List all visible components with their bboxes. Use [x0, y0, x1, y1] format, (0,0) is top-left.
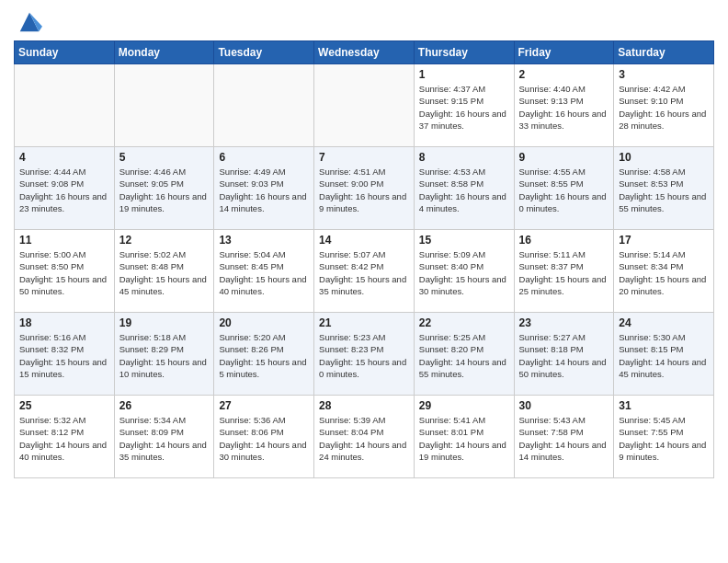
day-number: 11 [19, 234, 109, 247]
calendar-cell: 21Sunrise: 5:23 AM Sunset: 8:23 PM Dayli… [314, 313, 415, 396]
calendar-cell: 2Sunrise: 4:40 AM Sunset: 9:13 PM Daylig… [514, 64, 614, 147]
calendar-cell: 11Sunrise: 5:00 AM Sunset: 8:50 PM Dayli… [15, 230, 115, 313]
day-info: Sunrise: 5:32 AM Sunset: 8:12 PM Dayligh… [19, 414, 109, 463]
calendar-cell: 5Sunrise: 4:46 AM Sunset: 9:05 PM Daylig… [114, 147, 214, 230]
weekday-header-monday: Monday [114, 41, 214, 64]
day-number: 25 [19, 399, 109, 412]
weekday-header-wednesday: Wednesday [314, 41, 415, 64]
day-number: 28 [319, 399, 409, 412]
calendar-cell [15, 64, 115, 147]
weekday-header-thursday: Thursday [414, 41, 514, 64]
day-info: Sunrise: 5:36 AM Sunset: 8:06 PM Dayligh… [219, 414, 309, 463]
calendar-cell: 4Sunrise: 4:44 AM Sunset: 9:08 PM Daylig… [15, 147, 115, 230]
day-info: Sunrise: 5:09 AM Sunset: 8:40 PM Dayligh… [419, 248, 509, 297]
day-number: 12 [119, 234, 210, 247]
calendar-cell: 16Sunrise: 5:11 AM Sunset: 8:37 PM Dayli… [514, 230, 614, 313]
day-number: 24 [619, 316, 709, 329]
week-row-1: 1Sunrise: 4:37 AM Sunset: 9:15 PM Daylig… [15, 64, 714, 147]
calendar-cell: 10Sunrise: 4:58 AM Sunset: 8:53 PM Dayli… [614, 147, 714, 230]
calendar-cell: 19Sunrise: 5:18 AM Sunset: 8:29 PM Dayli… [114, 313, 214, 396]
day-info: Sunrise: 5:30 AM Sunset: 8:15 PM Dayligh… [619, 331, 709, 380]
day-info: Sunrise: 5:39 AM Sunset: 8:04 PM Dayligh… [319, 414, 409, 463]
calendar-cell: 12Sunrise: 5:02 AM Sunset: 8:48 PM Dayli… [114, 230, 214, 313]
day-number: 14 [319, 234, 409, 247]
day-number: 8 [419, 151, 509, 164]
day-info: Sunrise: 4:46 AM Sunset: 9:05 PM Dayligh… [119, 166, 210, 214]
calendar-cell: 31Sunrise: 5:45 AM Sunset: 7:55 PM Dayli… [614, 396, 714, 478]
logo-icon [17, 9, 42, 35]
day-number: 1 [419, 68, 509, 81]
day-number: 16 [519, 234, 609, 247]
day-number: 18 [19, 316, 109, 329]
day-info: Sunrise: 4:55 AM Sunset: 8:55 PM Dayligh… [519, 166, 609, 214]
day-number: 10 [619, 151, 709, 164]
day-info: Sunrise: 4:51 AM Sunset: 9:00 PM Dayligh… [319, 166, 409, 214]
calendar-cell: 6Sunrise: 4:49 AM Sunset: 9:03 PM Daylig… [214, 147, 314, 230]
day-number: 7 [319, 151, 409, 164]
weekday-header-tuesday: Tuesday [214, 41, 314, 64]
day-number: 31 [619, 399, 709, 412]
calendar-cell: 1Sunrise: 4:37 AM Sunset: 9:15 PM Daylig… [414, 64, 514, 147]
day-number: 20 [219, 316, 309, 329]
weekday-header-saturday: Saturday [614, 41, 714, 64]
calendar-cell: 29Sunrise: 5:41 AM Sunset: 8:01 PM Dayli… [414, 396, 514, 478]
weekday-header-friday: Friday [514, 41, 614, 64]
day-number: 21 [319, 316, 409, 329]
calendar-cell: 14Sunrise: 5:07 AM Sunset: 8:42 PM Dayli… [314, 230, 415, 313]
day-number: 23 [519, 316, 609, 329]
day-info: Sunrise: 4:37 AM Sunset: 9:15 PM Dayligh… [419, 83, 509, 132]
day-info: Sunrise: 5:00 AM Sunset: 8:50 PM Dayligh… [19, 248, 109, 297]
day-info: Sunrise: 5:45 AM Sunset: 7:55 PM Dayligh… [619, 414, 709, 463]
calendar-cell: 27Sunrise: 5:36 AM Sunset: 8:06 PM Dayli… [214, 396, 314, 478]
day-number: 3 [619, 68, 709, 81]
day-info: Sunrise: 4:40 AM Sunset: 9:13 PM Dayligh… [519, 83, 609, 132]
day-info: Sunrise: 5:34 AM Sunset: 8:09 PM Dayligh… [119, 414, 210, 463]
day-info: Sunrise: 5:14 AM Sunset: 8:34 PM Dayligh… [619, 248, 709, 297]
calendar-cell: 7Sunrise: 4:51 AM Sunset: 9:00 PM Daylig… [314, 147, 415, 230]
calendar-cell [314, 64, 415, 147]
weekday-header-row: SundayMondayTuesdayWednesdayThursdayFrid… [15, 41, 714, 64]
calendar-cell: 9Sunrise: 4:55 AM Sunset: 8:55 PM Daylig… [514, 147, 614, 230]
day-info: Sunrise: 5:18 AM Sunset: 8:29 PM Dayligh… [119, 331, 210, 380]
day-info: Sunrise: 5:11 AM Sunset: 8:37 PM Dayligh… [519, 248, 609, 297]
day-info: Sunrise: 5:27 AM Sunset: 8:18 PM Dayligh… [519, 331, 609, 380]
day-number: 6 [219, 151, 309, 164]
calendar-cell [214, 64, 314, 147]
day-info: Sunrise: 5:02 AM Sunset: 8:48 PM Dayligh… [119, 248, 210, 297]
day-info: Sunrise: 5:07 AM Sunset: 8:42 PM Dayligh… [319, 248, 409, 297]
day-info: Sunrise: 5:23 AM Sunset: 8:23 PM Dayligh… [319, 331, 409, 380]
day-info: Sunrise: 4:49 AM Sunset: 9:03 PM Dayligh… [219, 166, 309, 214]
day-number: 15 [419, 234, 509, 247]
week-row-4: 18Sunrise: 5:16 AM Sunset: 8:32 PM Dayli… [15, 313, 714, 396]
day-info: Sunrise: 5:41 AM Sunset: 8:01 PM Dayligh… [419, 414, 509, 463]
day-info: Sunrise: 4:42 AM Sunset: 9:10 PM Dayligh… [619, 83, 709, 132]
day-number: 26 [119, 399, 210, 412]
calendar-cell: 20Sunrise: 5:20 AM Sunset: 8:26 PM Dayli… [214, 313, 314, 396]
page-header [14, 9, 714, 35]
weekday-header-sunday: Sunday [15, 41, 115, 64]
day-info: Sunrise: 5:43 AM Sunset: 7:58 PM Dayligh… [519, 414, 609, 463]
day-number: 9 [519, 151, 609, 164]
calendar-cell: 17Sunrise: 5:14 AM Sunset: 8:34 PM Dayli… [614, 230, 714, 313]
calendar-cell: 23Sunrise: 5:27 AM Sunset: 8:18 PM Dayli… [514, 313, 614, 396]
day-number: 19 [119, 316, 210, 329]
day-number: 2 [519, 68, 609, 81]
calendar-cell: 28Sunrise: 5:39 AM Sunset: 8:04 PM Dayli… [314, 396, 415, 478]
day-info: Sunrise: 5:20 AM Sunset: 8:26 PM Dayligh… [219, 331, 309, 380]
day-info: Sunrise: 5:16 AM Sunset: 8:32 PM Dayligh… [19, 331, 109, 380]
day-number: 17 [619, 234, 709, 247]
calendar-cell: 26Sunrise: 5:34 AM Sunset: 8:09 PM Dayli… [114, 396, 214, 478]
calendar-cell: 22Sunrise: 5:25 AM Sunset: 8:20 PM Dayli… [414, 313, 514, 396]
day-number: 4 [19, 151, 109, 164]
week-row-3: 11Sunrise: 5:00 AM Sunset: 8:50 PM Dayli… [15, 230, 714, 313]
day-number: 5 [119, 151, 210, 164]
calendar-cell: 13Sunrise: 5:04 AM Sunset: 8:45 PM Dayli… [214, 230, 314, 313]
calendar-table: SundayMondayTuesdayWednesdayThursdayFrid… [14, 40, 714, 478]
calendar-cell: 25Sunrise: 5:32 AM Sunset: 8:12 PM Dayli… [15, 396, 115, 478]
calendar-cell: 30Sunrise: 5:43 AM Sunset: 7:58 PM Dayli… [514, 396, 614, 478]
day-number: 27 [219, 399, 309, 412]
logo [14, 9, 42, 35]
calendar-cell: 8Sunrise: 4:53 AM Sunset: 8:58 PM Daylig… [414, 147, 514, 230]
day-number: 22 [419, 316, 509, 329]
day-number: 13 [219, 234, 309, 247]
